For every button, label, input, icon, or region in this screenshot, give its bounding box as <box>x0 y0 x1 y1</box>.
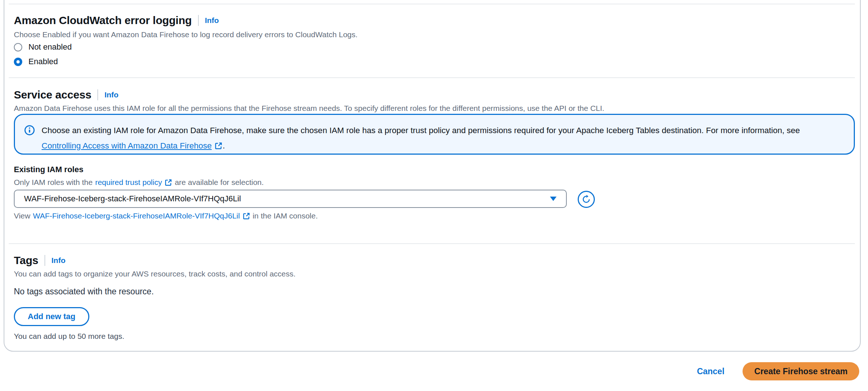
alert-text-line2: Controlling Access with Amazon Data Fire… <box>42 138 800 154</box>
view-role-row: View WAF-Firehose-Iceberg-stack-Firehose… <box>14 212 318 220</box>
external-link-icon <box>164 179 172 186</box>
desc-suffix: are available for selection. <box>175 178 264 187</box>
tags-title: Tags <box>14 254 38 267</box>
iam-role-select-value: WAF-Firehose-Iceberg-stack-FirehoseIAMRo… <box>24 194 241 204</box>
section-divider <box>9 243 855 244</box>
view-role-link-label: WAF-Firehose-Iceberg-stack-FirehoseIAMRo… <box>33 212 240 220</box>
service-access-info-link[interactable]: Info <box>104 90 118 99</box>
no-tags-message: No tags associated with the resource. <box>14 287 154 297</box>
view-prefix: View <box>14 212 30 220</box>
tags-limit-message: You can add up to 50 more tags. <box>14 332 124 341</box>
service-access-header: Service access Info <box>14 88 119 102</box>
refresh-roles-button[interactable] <box>578 191 595 208</box>
required-trust-policy-link[interactable]: required trust policy <box>95 178 172 187</box>
view-suffix: in the IAM console. <box>253 212 318 220</box>
settings-panel: Amazon CloudWatch error logging Info Cho… <box>4 0 861 352</box>
cloudwatch-error-logging-title: Amazon CloudWatch error logging <box>14 14 192 27</box>
cloudwatch-description: Choose Enabled if you want Amazon Data F… <box>14 29 357 40</box>
service-access-description: Amazon Data Firehose uses this IAM role … <box>14 103 604 114</box>
cancel-button[interactable]: Cancel <box>697 367 724 376</box>
caret-down-icon <box>550 197 557 201</box>
iam-role-info-alert: Choose an existing IAM role for Amazon D… <box>14 114 855 155</box>
controlling-access-link[interactable]: Controlling Access with Amazon Data Fire… <box>42 138 222 154</box>
view-role-link[interactable]: WAF-Firehose-Iceberg-stack-FirehoseIAMRo… <box>33 212 250 220</box>
cloudwatch-error-logging-header: Amazon CloudWatch error logging Info <box>14 13 219 28</box>
header-separator <box>44 255 45 266</box>
radio-label: Not enabled <box>28 42 72 52</box>
cloudwatch-info-link[interactable]: Info <box>205 16 219 25</box>
external-link-icon <box>243 212 250 220</box>
desc-prefix: Only IAM roles with the <box>14 178 93 187</box>
section-divider <box>9 4 855 4</box>
firehose-create-page: Amazon CloudWatch error logging Info Cho… <box>0 0 868 391</box>
alert-period: . <box>222 138 225 154</box>
add-new-tag-button[interactable]: Add new tag <box>14 307 89 326</box>
radio-option-enabled[interactable]: Enabled <box>14 56 58 67</box>
existing-iam-roles-label: Existing IAM roles <box>14 165 84 174</box>
required-trust-policy-label: required trust policy <box>95 178 162 187</box>
iam-roles-description: Only IAM roles with the required trust p… <box>14 178 264 187</box>
radio-icon <box>14 43 22 51</box>
create-firehose-stream-button[interactable]: Create Firehose stream <box>743 362 859 380</box>
form-actions: Cancel Create Firehose stream <box>697 362 859 380</box>
external-link-icon <box>214 142 222 150</box>
header-separator <box>97 89 98 100</box>
controlling-access-link-label: Controlling Access with Amazon Data Fire… <box>42 138 212 154</box>
info-circle-icon <box>24 125 35 136</box>
tags-header: Tags Info <box>14 253 65 268</box>
tags-info-link[interactable]: Info <box>51 256 65 265</box>
iam-role-select[interactable]: WAF-Firehose-Iceberg-stack-FirehoseIAMRo… <box>14 190 567 208</box>
section-divider <box>9 77 855 78</box>
service-access-title: Service access <box>14 89 91 101</box>
alert-text-line1: Choose an existing IAM role for Amazon D… <box>42 123 800 138</box>
header-separator <box>198 15 199 26</box>
alert-message: Choose an existing IAM role for Amazon D… <box>42 123 800 154</box>
radio-option-not-enabled[interactable]: Not enabled <box>14 42 72 53</box>
radio-label: Enabled <box>28 57 58 66</box>
radio-icon <box>14 58 22 66</box>
tags-description: You can add tags to organize your AWS re… <box>14 268 295 279</box>
